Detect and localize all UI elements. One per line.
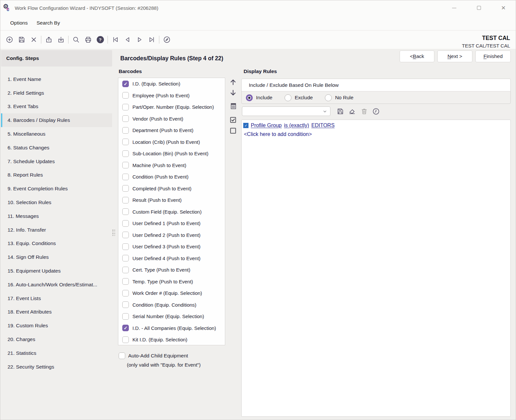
barcode-checkbox[interactable] xyxy=(122,81,129,87)
next-button[interactable]: Next > xyxy=(437,50,472,62)
rule-mode-option[interactable]: Exclude xyxy=(285,94,313,101)
barcode-item[interactable]: Condition (Equip. Conditions) xyxy=(118,299,225,311)
barcode-checkbox[interactable] xyxy=(122,301,129,308)
next-record-button[interactable] xyxy=(133,34,146,46)
sidebar-step-item[interactable]: 12. Info. Transfer xyxy=(1,223,112,237)
barcode-item[interactable]: Temp. Type (Push to Event) xyxy=(118,276,225,288)
import-button[interactable] xyxy=(55,34,67,46)
back-button[interactable]: < Back xyxy=(400,50,434,62)
save-button[interactable] xyxy=(15,34,28,46)
auto-add-child-checkbox[interactable] xyxy=(119,353,125,359)
minimize-button[interactable] xyxy=(442,0,466,15)
help-button[interactable]: ? xyxy=(94,34,106,46)
sidebar-step-item[interactable]: 22. Security Settings xyxy=(1,360,112,374)
barcode-item[interactable]: Result (Push to Event) xyxy=(118,194,225,206)
sidebar-step-item[interactable]: 13. Equip. Conditions xyxy=(1,237,112,251)
sidebar-step-item[interactable]: 9. Event Completion Rules xyxy=(1,182,112,196)
barcode-item[interactable]: Vendor (Push to Event) xyxy=(118,113,225,125)
barcode-checkbox[interactable] xyxy=(122,290,129,296)
barcode-item[interactable]: Sub-Location (Bin) (Push to Event) xyxy=(118,148,225,160)
sidebar-step-item[interactable]: 4. Barcodes / Display Rules xyxy=(1,113,112,127)
barcode-checkbox[interactable] xyxy=(122,208,129,215)
sidebar-step-item[interactable]: 11. Messages xyxy=(1,209,112,223)
barcode-item[interactable]: Condition (Push to Event) xyxy=(118,171,225,183)
barcode-item[interactable]: Department (Push to Event) xyxy=(118,124,225,136)
erase-rule-button[interactable] xyxy=(348,107,356,116)
move-up-button[interactable] xyxy=(229,78,237,86)
saved-rules-dropdown[interactable] xyxy=(242,106,330,116)
radio-icon[interactable] xyxy=(285,94,291,101)
barcode-item[interactable]: User Defined 1 (Push to Event) xyxy=(118,218,225,229)
sidebar-step-item[interactable]: 17. Event Lists xyxy=(1,292,112,305)
barcode-item[interactable]: User Defined 2 (Push to Event) xyxy=(118,229,225,241)
sidebar-step-item[interactable]: 18. Event Attributes xyxy=(1,305,112,319)
splitter-grip[interactable] xyxy=(112,230,116,236)
finished-button[interactable]: Finished xyxy=(475,50,511,62)
barcode-checkbox[interactable] xyxy=(122,92,129,99)
barcode-item[interactable]: Cert. Type (Push to Event) xyxy=(118,264,225,276)
barcode-checkbox[interactable] xyxy=(122,325,129,331)
condition-row[interactable]: Profile Group is (exactly) EDITORS xyxy=(243,123,509,128)
barcode-checkbox[interactable] xyxy=(122,336,129,343)
sidebar-step-item[interactable]: 10. Selection Rules xyxy=(1,196,112,209)
barcode-checkbox[interactable] xyxy=(122,220,129,227)
barcode-checkbox[interactable] xyxy=(122,127,129,134)
sidebar-step-item[interactable]: 16. Auto-Launch/Work Orders/Estimat... xyxy=(1,278,112,292)
sidebar-step-item[interactable]: 1. Event Name xyxy=(1,72,112,86)
sidebar-step-item[interactable]: 15. Equipment Updates xyxy=(1,264,112,278)
maximize-button[interactable] xyxy=(466,0,491,15)
sidebar-step-item[interactable]: 2. Field Settings xyxy=(1,86,112,100)
sidebar-step-item[interactable]: 6. Status Changes xyxy=(1,141,112,155)
barcode-checkbox[interactable] xyxy=(122,243,129,250)
barcode-checkbox[interactable] xyxy=(122,174,129,180)
add-condition-link[interactable]: <Click here to add condition> xyxy=(244,131,509,137)
condition-checkbox[interactable] xyxy=(243,123,248,128)
print-button[interactable] xyxy=(82,34,94,46)
menu-item[interactable]: Search By xyxy=(36,20,60,26)
barcode-item[interactable]: Serial Number (Equip. Selection) xyxy=(118,311,225,322)
barcode-item[interactable]: Kit I.D. (Equip. Selection) xyxy=(118,334,225,345)
sidebar-step-item[interactable]: 3. Event Tabs xyxy=(1,100,112,114)
barcode-checkbox[interactable] xyxy=(122,104,129,110)
condition-value-link[interactable]: EDITORS xyxy=(311,123,335,128)
barcode-checkbox[interactable] xyxy=(122,255,129,261)
sidebar-step-item[interactable]: 21. Statistics xyxy=(1,346,112,360)
rule-mode-option[interactable]: No Rule xyxy=(325,94,353,101)
barcode-checkbox[interactable] xyxy=(122,197,129,203)
search-button[interactable] xyxy=(70,34,82,46)
barcode-item[interactable]: User Defined 3 (Push to Event) xyxy=(118,241,225,253)
uncheck-all-button[interactable] xyxy=(229,127,237,135)
rule-mode-option[interactable]: Include xyxy=(246,94,272,101)
barcode-item[interactable]: I.D. (Equip. Selection) xyxy=(118,78,225,90)
barcode-checkbox[interactable] xyxy=(122,139,129,145)
previous-record-button[interactable] xyxy=(121,34,133,46)
close-button[interactable]: ✕ xyxy=(491,0,516,15)
barcode-item[interactable]: Location (Crib) (Push to Event) xyxy=(118,136,225,148)
check-all-button[interactable] xyxy=(229,116,237,124)
barcode-checkbox[interactable] xyxy=(122,150,129,157)
barcode-item[interactable]: Work Order # (Equip. Selection) xyxy=(118,287,225,299)
condition-operator-link[interactable]: is (exactly) xyxy=(284,123,309,128)
move-down-button[interactable] xyxy=(229,89,237,97)
last-record-button[interactable] xyxy=(146,34,158,46)
delete-rule-button[interactable] xyxy=(360,107,368,116)
sidebar-step-item[interactable]: 14. Sign Off Rules xyxy=(1,250,112,264)
sidebar-step-item[interactable]: 19. Custom Rules xyxy=(1,319,112,333)
export-button[interactable] xyxy=(43,34,55,46)
sidebar-step-item[interactable]: 5. Miscellaneous xyxy=(1,127,112,141)
barcode-checkbox[interactable] xyxy=(122,278,129,285)
sidebar-step-item[interactable]: 20. Charges xyxy=(1,333,112,346)
menu-item[interactable]: Options xyxy=(10,20,28,26)
barcode-item[interactable]: Completed (Push to Event) xyxy=(118,183,225,195)
barcode-checkbox[interactable] xyxy=(122,162,129,168)
first-record-button[interactable] xyxy=(109,34,121,46)
radio-icon[interactable] xyxy=(325,94,332,101)
add-button[interactable] xyxy=(3,34,15,46)
barcode-checkbox[interactable] xyxy=(122,232,129,238)
barcode-checkbox[interactable] xyxy=(122,185,129,192)
delete-button[interactable] xyxy=(28,34,40,46)
barcode-item[interactable]: Custom Field (Equip. Selection) xyxy=(118,206,225,218)
view-details-button[interactable] xyxy=(229,102,237,110)
barcode-item[interactable]: User Defined 4 (Push to Event) xyxy=(118,253,225,264)
radio-icon[interactable] xyxy=(246,94,253,101)
